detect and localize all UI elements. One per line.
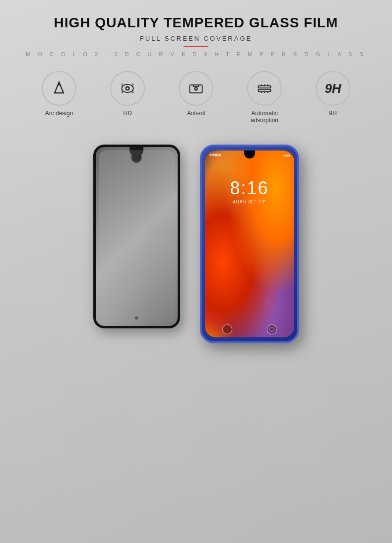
main-container: HIGH QUALITY TEMPERED GLASS FILM FULL SC… bbox=[0, 0, 392, 543]
arc-label: Arc design bbox=[45, 110, 73, 117]
svg-rect-10 bbox=[258, 89, 270, 92]
arc-icon bbox=[42, 71, 76, 106]
svg-point-8 bbox=[196, 88, 197, 90]
smartphone-screen: 小米移动 ▲◆■ 8:16 4月6日 周二下午 bbox=[205, 151, 294, 337]
hd-icon bbox=[110, 71, 145, 106]
feature-arc: Arc design bbox=[32, 71, 86, 117]
phone-time-area: 8:16 4月6日 周二下午 bbox=[205, 178, 294, 205]
phone-time: 8:16 bbox=[205, 178, 294, 199]
antioil-icon bbox=[179, 71, 213, 106]
hd-label: HD bbox=[123, 110, 131, 117]
9h-icon: 9H bbox=[316, 71, 350, 106]
subtitle-underline bbox=[184, 46, 208, 47]
9h-text: 9H bbox=[325, 81, 341, 96]
phone-carrier: 小米移动 bbox=[209, 153, 221, 157]
main-title: HIGH QUALITY TEMPERED GLASS FILM bbox=[54, 15, 338, 31]
adsorption-icon bbox=[247, 71, 282, 106]
subtitle: FULL SCREEN COVERAGE bbox=[140, 35, 252, 42]
tagline: M O C O L O 2 . 5 D C U R V E D 9 H T E … bbox=[26, 51, 366, 57]
glass-film-mockup bbox=[93, 145, 180, 328]
features-row: Arc design HD bbox=[32, 71, 360, 124]
glass-film-reflection bbox=[96, 147, 145, 326]
feature-9h: 9H 9H bbox=[306, 71, 360, 117]
antioil-label: Anti-oil bbox=[187, 110, 205, 117]
svg-point-4 bbox=[127, 87, 129, 89]
9h-label: 9H bbox=[329, 110, 336, 117]
smartphone-mockup: 小米移动 ▲◆■ 8:16 4月6日 周二下午 bbox=[200, 145, 299, 343]
svg-rect-9 bbox=[258, 86, 270, 88]
svg-rect-6 bbox=[194, 85, 199, 87]
phone-bottom-bar bbox=[205, 324, 294, 334]
phones-section: 小米移动 ▲◆■ 8:16 4月6日 周二下午 bbox=[93, 145, 299, 343]
phone-status-icons: ▲◆■ bbox=[283, 154, 290, 157]
phone-date: 4月6日 周二下午 bbox=[205, 199, 294, 205]
phone-wallpaper: 小米移动 ▲◆■ 8:16 4月6日 周二下午 bbox=[205, 151, 294, 337]
phone-power-button bbox=[298, 176, 299, 196]
phone-camera-button bbox=[267, 324, 277, 334]
phone-home-button bbox=[222, 324, 232, 334]
phone-volume-up-button bbox=[200, 171, 201, 184]
feature-hd: HD bbox=[100, 71, 155, 117]
glass-film-dot bbox=[134, 316, 138, 320]
phone-status-bar: 小米移动 ▲◆■ bbox=[209, 152, 290, 158]
feature-adsorption: Automatic adsorption bbox=[237, 71, 292, 124]
adsorption-label: Automatic adsorption bbox=[237, 110, 292, 124]
feature-antioil: Anti-oil bbox=[169, 71, 223, 117]
phone-silent-button bbox=[200, 210, 201, 228]
phone-volume-down-button bbox=[200, 189, 201, 206]
